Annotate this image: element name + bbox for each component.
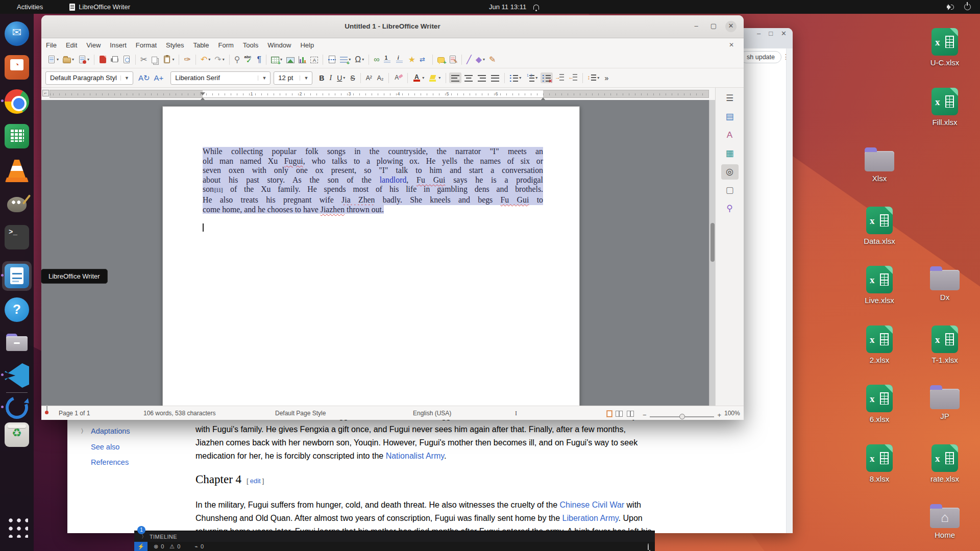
menu-format[interactable]: Format <box>131 40 161 50</box>
align-right-button[interactable] <box>476 72 488 83</box>
browser-update-button[interactable]: sh update <box>740 51 781 63</box>
desktop-icon-t-1-xlsx[interactable]: xT-1.xlsx <box>917 325 973 364</box>
justify-button[interactable] <box>489 72 501 83</box>
dropdown-arrow-icon[interactable]: ▾ <box>172 57 174 62</box>
vscode-problems-indicator[interactable]: ⊗ 0 ⚠ 0 <box>154 543 180 550</box>
desktop-icon-8-xlsx[interactable]: x8.xlsx <box>851 444 908 483</box>
dock-item-terminal[interactable] <box>5 225 29 249</box>
dropdown-arrow-icon[interactable]: ▾ <box>422 76 424 80</box>
dock-item-files[interactable] <box>5 331 29 355</box>
writer-titlebar[interactable]: Untitled 1 - LibreOffice Writer – ▢ ✕ <box>41 15 744 38</box>
dropdown-arrow-icon[interactable]: ▾ <box>597 76 599 80</box>
desktop-icon-xlsx[interactable]: Xlsx <box>851 147 908 183</box>
book-view-icon[interactable] <box>627 411 634 417</box>
document-scrollbar[interactable] <box>709 100 715 406</box>
menu-edit[interactable]: Edit <box>61 40 82 50</box>
page-break-button[interactable] <box>326 55 337 64</box>
menu-help[interactable]: Help <box>296 40 318 50</box>
dock-item-calc[interactable] <box>5 124 29 148</box>
single-page-view-icon[interactable] <box>607 411 612 417</box>
insert-chart-button[interactable] <box>297 55 308 64</box>
italic-button[interactable]: I <box>327 72 334 84</box>
close-document-icon[interactable]: ✕ <box>724 40 739 49</box>
menu-styles[interactable]: Styles <box>161 40 188 50</box>
article-link[interactable]: Nationalist Army <box>386 452 444 460</box>
align-left-button[interactable] <box>449 72 461 83</box>
track-changes-button[interactable] <box>447 55 458 64</box>
tab-stop-selector[interactable]: ⌐ <box>42 90 49 96</box>
dock-item-thunderbird[interactable] <box>5 21 29 46</box>
menu-window[interactable]: Window <box>263 40 296 50</box>
desktop-icon-data-xlsx[interactable]: xData.xlsx <box>851 207 908 245</box>
document-line[interactable]: about his past story. As the son of the … <box>203 176 543 185</box>
document-line[interactable]: seven oxen with only one ox present, so … <box>203 166 543 176</box>
copy-button[interactable] <box>150 55 160 64</box>
sidebar-settings-icon[interactable]: ☰ <box>721 91 739 106</box>
menu-form[interactable]: Form <box>213 40 238 50</box>
browser-minimize-button[interactable]: – <box>757 30 761 37</box>
document-line[interactable]: old man named Xu Fugui, who talks to a p… <box>203 157 543 166</box>
font-color-button[interactable]: ▾ <box>411 72 426 84</box>
subscript-button[interactable]: A₂ <box>375 73 386 83</box>
clock-menu[interactable]: Jun 11 13:11 <box>489 3 539 11</box>
underline-button[interactable]: U▾ <box>335 72 347 84</box>
style-inspector-icon[interactable]: ⚲ <box>721 201 739 216</box>
print-preview-button[interactable] <box>121 55 132 64</box>
dock-item-app-grid[interactable] <box>5 514 29 539</box>
zoom-out-icon[interactable]: − <box>643 411 647 419</box>
edit-section-link[interactable]: [edit] <box>247 477 264 485</box>
activities-button[interactable]: Activities <box>17 3 43 11</box>
dock-item-impress[interactable] <box>5 55 29 80</box>
strikethrough-button[interactable]: S <box>348 72 357 84</box>
desktop-icon-live-xlsx[interactable]: xLive.xlsx <box>851 266 908 305</box>
menu-view[interactable]: View <box>82 40 105 50</box>
dock-item-writer[interactable] <box>5 264 29 288</box>
maximize-button[interactable]: ▢ <box>708 21 719 32</box>
superscript-button[interactable]: A² <box>364 73 374 83</box>
insert-footnote-button[interactable] <box>382 55 394 65</box>
cut-button[interactable]: ✂ <box>139 54 149 65</box>
dropdown-arrow-icon[interactable]: ▾ <box>87 57 89 62</box>
dropdown-arrow-icon[interactable]: ▾ <box>362 57 364 62</box>
dropdown-arrow-icon[interactable]: ▾ <box>72 57 74 62</box>
line-spacing-button[interactable]: ▾ <box>586 72 601 84</box>
desktop-icon-home[interactable]: Home <box>917 504 973 539</box>
edit-label[interactable]: edit <box>250 477 261 485</box>
zoom-in-icon[interactable]: + <box>717 411 721 419</box>
focused-app-menu[interactable]: LibreOffice Writer <box>69 3 130 11</box>
dock-item-vlc[interactable] <box>5 158 29 183</box>
document-text[interactable]: While collecting popular folk songs in t… <box>203 147 543 214</box>
menu-file[interactable]: File <box>41 40 61 50</box>
find-replace-button[interactable]: ⚲ <box>233 54 242 65</box>
paragraph-style-combobox[interactable]: Default Paragraph Styl ▼ <box>45 71 133 85</box>
vscode-notifications-bell[interactable] <box>648 544 649 550</box>
more-options-button[interactable]: » <box>602 72 610 84</box>
save-indicator-icon[interactable] <box>46 405 47 413</box>
multi-page-view-icon[interactable] <box>616 411 623 417</box>
highlight-color-button[interactable]: ▾ <box>427 72 443 84</box>
dock-item-help[interactable] <box>5 297 29 322</box>
dropdown-arrow-icon[interactable]: ▾ <box>223 57 225 62</box>
bold-button[interactable]: B <box>317 72 326 84</box>
insert-line-button[interactable]: ╱ <box>465 54 473 65</box>
cross-reference-button[interactable] <box>418 55 429 65</box>
export-pdf-button[interactable] <box>97 55 108 64</box>
special-character-button[interactable]: Ω▾ <box>353 54 365 65</box>
no-list-button[interactable] <box>541 72 553 83</box>
chevron-expand-icon[interactable]: 〉 <box>81 427 87 436</box>
formatting-marks-button[interactable]: ¶ <box>255 54 263 65</box>
dock-item-gimp[interactable] <box>5 192 29 216</box>
insert-comment-button[interactable] <box>436 55 446 64</box>
desktop-icon-rate-xlsx[interactable]: xrate.xlsx <box>917 444 973 483</box>
page-count-status[interactable]: Page 1 of 1 <box>59 410 90 417</box>
font-name-combobox[interactable]: Liberation Serif ▼ <box>170 71 271 85</box>
menu-tools[interactable]: Tools <box>238 40 263 50</box>
document-line[interactable]: come home, and he chooses to have Jiazhe… <box>203 205 543 215</box>
close-button[interactable]: ✕ <box>725 21 737 32</box>
dock-item-chrome[interactable] <box>5 89 29 114</box>
vscode-timeline-panel-header[interactable]: 〉 TIMELINE <box>134 531 655 542</box>
word-count-status[interactable]: 106 words, 538 characters <box>143 410 215 417</box>
desktop-icon-6-xlsx[interactable]: x6.xlsx <box>851 385 908 423</box>
browser-close-button[interactable]: ✕ <box>781 30 787 37</box>
dropdown-arrow-icon[interactable]: ▾ <box>438 76 440 80</box>
